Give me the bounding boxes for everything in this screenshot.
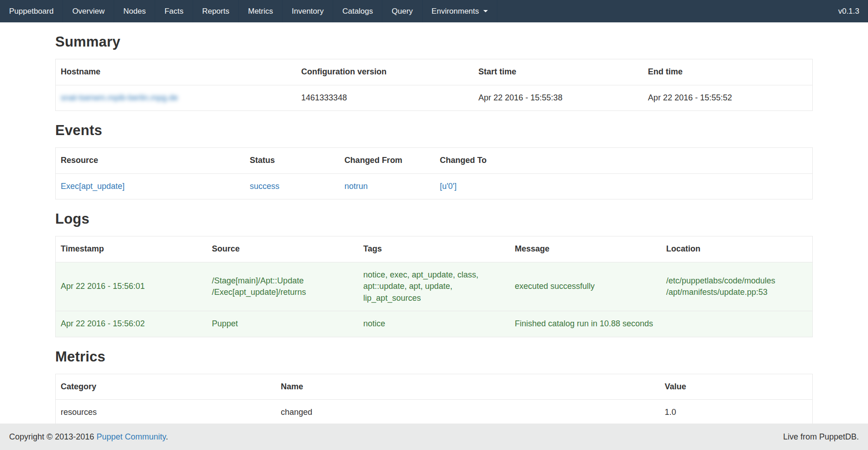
summary-header-row: Hostname Configuration version Start tim… [56, 59, 813, 85]
navbar-brand[interactable]: Puppetboard [0, 0, 63, 22]
metrics-col-category: Category [56, 374, 276, 400]
logs-header-row: Timestamp Source Tags Message Location [56, 236, 813, 262]
nav-item-reports[interactable]: Reports [193, 0, 239, 22]
navbar-right: v0.1.3 [830, 0, 868, 22]
summary-heading: Summary [55, 34, 813, 50]
main-content: Summary Hostname Configuration version S… [55, 34, 813, 450]
puppet-community-link[interactable]: Puppet Community [96, 432, 166, 441]
log-timestamp: Apr 22 2016 - 15:56:01 [56, 262, 207, 311]
log-location [661, 311, 813, 337]
version-badge: v0.1.3 [830, 0, 868, 22]
navbar: Puppetboard Overview Nodes Facts Reports… [0, 0, 868, 22]
metrics-heading: Metrics [55, 349, 813, 365]
log-location: /etc/puppetlabs/code/modules /apt/manife… [661, 262, 813, 311]
log-message: executed successfully [510, 262, 661, 311]
metric-row: resources changed 1.0 [56, 400, 813, 426]
log-source: /Stage[main]/Apt::Update /Exec[apt_updat… [207, 262, 358, 311]
events-col-changed-to: Changed To [435, 148, 813, 174]
events-col-resource: Resource [56, 148, 245, 174]
metric-name: changed [276, 400, 659, 426]
nav-item-environments-dropdown[interactable]: Environments [422, 0, 497, 22]
nav-item-facts[interactable]: Facts [155, 0, 193, 22]
logs-col-message: Message [510, 236, 661, 262]
configuration-version-value: 1461333348 [296, 85, 473, 111]
footer: Copyright © 2013-2016 Puppet Community. … [0, 424, 868, 450]
metric-value: 1.0 [659, 400, 812, 426]
events-header-row: Resource Status Changed From Changed To [56, 148, 813, 174]
summary-col-config-version: Configuration version [296, 59, 473, 85]
log-row: Apr 22 2016 - 15:56:02 Puppet notice Fin… [56, 311, 813, 337]
events-col-status: Status [245, 148, 339, 174]
event-changed-from-link[interactable]: notrun [345, 182, 368, 191]
logs-col-tags: Tags [358, 236, 510, 262]
copyright-period: . [166, 432, 168, 441]
logs-table: Timestamp Source Tags Message Location A… [55, 236, 813, 337]
events-col-changed-from: Changed From [340, 148, 435, 174]
metrics-col-name: Name [276, 374, 659, 400]
logs-col-location: Location [661, 236, 813, 262]
nav-item-catalogs[interactable]: Catalogs [333, 0, 382, 22]
nav-item-overview[interactable]: Overview [63, 0, 114, 22]
footer-copyright: Copyright © 2013-2016 Puppet Community. [9, 432, 168, 442]
logs-col-timestamp: Timestamp [56, 236, 207, 262]
event-row: Exec[apt_update] success notrun [u'0'] [56, 173, 813, 199]
summary-col-end-time: End time [643, 59, 813, 85]
nav-item-metrics[interactable]: Metrics [238, 0, 282, 22]
log-source: Puppet [207, 311, 358, 337]
event-changed-to-link[interactable]: [u'0'] [440, 182, 457, 191]
metric-category: resources [56, 400, 276, 426]
copyright-text: Copyright © 2013-2016 [9, 432, 96, 441]
summary-col-start-time: Start time [473, 59, 643, 85]
events-table: Resource Status Changed From Changed To … [55, 147, 813, 199]
events-heading: Events [55, 122, 813, 139]
nav-item-query[interactable]: Query [382, 0, 422, 22]
start-time-value: Apr 22 2016 - 15:55:38 [473, 85, 643, 111]
nav-item-inventory[interactable]: Inventory [282, 0, 333, 22]
environments-label: Environments [432, 7, 479, 16]
log-timestamp: Apr 22 2016 - 15:56:02 [56, 311, 207, 337]
hostname-link[interactable]: snat-tserwm.mpib-berlin.mpg.de [61, 93, 178, 102]
event-resource-link[interactable]: Exec[apt_update] [61, 182, 125, 191]
summary-row: snat-tserwm.mpib-berlin.mpg.de 146133334… [56, 85, 813, 111]
metrics-col-value: Value [659, 374, 812, 400]
end-time-value: Apr 22 2016 - 15:55:52 [643, 85, 813, 111]
log-row: Apr 22 2016 - 15:56:01 /Stage[main]/Apt:… [56, 262, 813, 311]
logs-col-source: Source [207, 236, 358, 262]
log-tags: notice [358, 311, 510, 337]
footer-live-status: Live from PuppetDB. [783, 432, 859, 442]
metrics-header-row: Category Name Value [56, 374, 813, 400]
chevron-down-icon [483, 10, 488, 12]
log-tags: notice, exec, apt_update, class, apt::up… [358, 262, 510, 311]
nav-item-nodes[interactable]: Nodes [114, 0, 155, 22]
summary-col-hostname: Hostname [56, 59, 297, 85]
logs-heading: Logs [55, 211, 813, 227]
event-status-link[interactable]: success [250, 182, 279, 191]
navbar-left: Puppetboard Overview Nodes Facts Reports… [0, 0, 497, 22]
log-message: Finished catalog run in 10.88 seconds [510, 311, 661, 337]
summary-table: Hostname Configuration version Start tim… [55, 59, 813, 111]
